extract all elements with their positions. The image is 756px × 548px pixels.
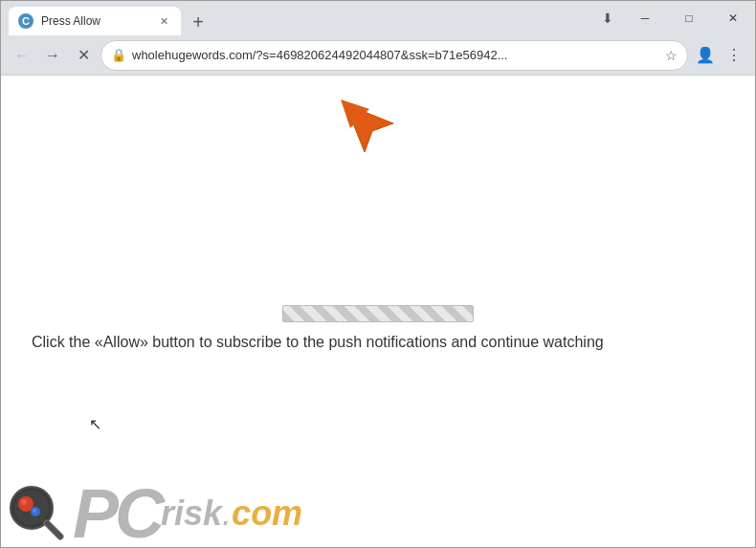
- pcrisk-icon: [1, 477, 73, 548]
- forward-button[interactable]: →: [39, 42, 66, 69]
- pc-logo-text: PC: [73, 479, 161, 548]
- toolbar-right: 👤 ⋮: [692, 42, 747, 69]
- svg-point-5: [21, 499, 27, 505]
- progress-bar: [282, 305, 474, 322]
- svg-point-7: [33, 509, 36, 513]
- window-close-button[interactable]: ✕: [711, 1, 755, 35]
- menu-button[interactable]: ⋮: [721, 42, 747, 69]
- com-logo-text: com: [232, 493, 302, 534]
- back-button[interactable]: ←: [9, 42, 35, 69]
- click-allow-message: Click the «Allow» button to subscribe to…: [32, 334, 604, 350]
- url-text: wholehugewords.com/?s=469820624492044807…: [132, 48, 659, 62]
- new-tab-button[interactable]: +: [185, 9, 211, 35]
- maximize-button[interactable]: □: [667, 1, 711, 35]
- risk-logo-text: risk: [161, 493, 222, 534]
- arrow-container: [336, 95, 422, 185]
- profile-button[interactable]: 👤: [692, 42, 719, 69]
- title-bar: Press Allow ✕ + ⬇ ─ □ ✕: [1, 1, 755, 35]
- reload-button[interactable]: ✕: [70, 42, 97, 69]
- download-button[interactable]: ⬇: [594, 5, 621, 32]
- dot-logo-text: .: [222, 493, 232, 534]
- bookmark-star-icon[interactable]: ☆: [665, 48, 678, 63]
- minimize-button[interactable]: ─: [623, 1, 667, 35]
- tab-title: Press Allow: [41, 14, 148, 28]
- page-content: Click the «Allow» button to subscribe to…: [1, 76, 755, 548]
- tab-close-button[interactable]: ✕: [156, 13, 171, 29]
- progress-bar-container: [282, 305, 474, 322]
- lock-icon: 🔒: [111, 48, 126, 62]
- click-allow-text: Click the «Allow» button to subscribe to…: [32, 332, 724, 353]
- address-bar[interactable]: 🔒 wholehugewords.com/?s=4698206244920448…: [100, 40, 688, 71]
- active-tab[interactable]: Press Allow ✕: [9, 7, 181, 35]
- orange-arrow-icon: [336, 95, 422, 181]
- pcrisk-logo: PC risk . com: [1, 477, 302, 548]
- mouse-cursor: ↖: [89, 415, 101, 433]
- toolbar: ← → ✕ 🔒 wholehugewords.com/?s=4698206244…: [1, 35, 755, 76]
- tab-favicon: [18, 13, 33, 29]
